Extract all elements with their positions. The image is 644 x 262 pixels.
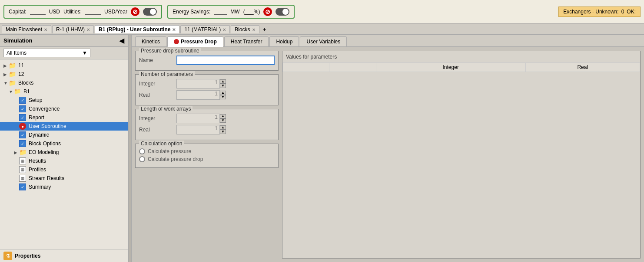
utilities-label: Utilities: (63, 9, 82, 15)
num-params-real-spinner-buttons: ▲ ▼ (220, 91, 226, 99)
sidebar-item-report[interactable]: ✓ Report (0, 113, 128, 122)
num-params-integer-up[interactable]: ▲ (220, 79, 226, 84)
results-icon-stream-results: ▦ (19, 175, 27, 182)
toggle-knob-1 (150, 9, 156, 15)
sidebar-tree-container: ▶ 📁 11 ▶ 📁 12 ▼ 📁 Blocks (0, 59, 128, 249)
work-real-up[interactable]: ▲ (220, 125, 226, 130)
tree-label-results: Results (29, 158, 46, 164)
tree-label-convergence: Convergence (29, 106, 60, 112)
calc-pressure-radio[interactable] (139, 148, 145, 154)
tree-arrow-eo: ▶ (14, 150, 19, 155)
subtab-holdup-label: Holdup (276, 39, 292, 45)
values-table: Integer Real (282, 62, 640, 72)
pressure-drop-status-dot (174, 39, 179, 44)
sidebar-item-blocks[interactable]: ▼ 📁 Blocks (0, 79, 128, 87)
check-icon-dynamic: ✓ (19, 131, 27, 138)
add-tab-button[interactable]: + (260, 25, 269, 34)
sidebar-item-11[interactable]: ▶ 📁 11 (0, 61, 128, 70)
tab-11-material[interactable]: 11 (MATERIAL) ✕ (180, 25, 230, 33)
sidebar-item-results[interactable]: ▦ Results (0, 157, 128, 165)
sidebar-item-summary[interactable]: ✓ Summary (0, 183, 128, 191)
subtab-holdup[interactable]: Holdup (269, 36, 299, 46)
check-icon-setup: ✓ (19, 97, 27, 104)
tab-blocks-label: Blocks (235, 26, 250, 33)
main-layout: Simulation ◀ All Items ▼ ▶ 📁 11 ▶ 📁 (0, 35, 644, 262)
num-params-section: Number of parameters Integer 1 ▲ ▼ (135, 74, 279, 105)
num-params-integer-row: Integer 1 ▲ ▼ (139, 79, 275, 88)
work-integer-down[interactable]: ▼ (220, 118, 226, 123)
sidebar-tree: ▶ 📁 11 ▶ 📁 12 ▼ 📁 Blocks (0, 59, 128, 193)
calc-pressure-drop-radio[interactable] (139, 156, 145, 162)
sidebar-collapse-button[interactable]: ◀ (119, 36, 124, 45)
sidebar-item-12[interactable]: ▶ 📁 12 (0, 70, 128, 79)
sidebar-item-b1[interactable]: ▼ 📁 B1 (0, 87, 128, 96)
sidebar-dropdown[interactable]: All Items ▼ (3, 49, 90, 57)
num-params-real-input[interactable]: 1 (176, 90, 220, 100)
values-col-empty2 (329, 63, 376, 72)
subtab-user-variables[interactable]: User Variables (300, 36, 347, 46)
tab-main-flowsheet[interactable]: Main Flowsheet ✕ (2, 25, 51, 33)
num-params-integer-label: Integer (139, 81, 174, 87)
num-params-real-row: Real 1 ▲ ▼ (139, 90, 275, 100)
num-params-real-up[interactable]: ▲ (220, 91, 226, 95)
sidebar-item-user-subroutine[interactable]: ● User Subroutine (0, 122, 128, 131)
work-real-spinner: 1 ▲ ▼ (176, 125, 226, 134)
toggle-utilities[interactable] (143, 8, 157, 16)
sidebar-item-profiles[interactable]: ▦ Profiles (0, 165, 128, 174)
work-integer-spinner-buttons: ▲ ▼ (220, 114, 226, 123)
num-params-integer-down[interactable]: ▼ (220, 84, 226, 88)
no-entry-icon-1: ⊘ (131, 7, 139, 16)
sidebar-item-setup[interactable]: ✓ Setup (0, 96, 128, 105)
no-entry-icon-2: ⊘ (263, 7, 272, 16)
folder-icon-eo: 📁 (19, 149, 27, 156)
tab-blocks-close[interactable]: ✕ (252, 27, 256, 32)
sidebar-dropdown-row: All Items ▼ (0, 47, 128, 59)
toggle-energy[interactable] (276, 8, 289, 16)
num-params-integer-input[interactable]: 1 (176, 79, 220, 88)
tab-b1-close[interactable]: ✕ (172, 27, 176, 32)
calc-option-section: Calculation option Calculate pressure Ca… (135, 144, 279, 168)
sidebar-item-stream-results[interactable]: ▦ Stream Results (0, 174, 128, 183)
num-params-real-down[interactable]: ▼ (220, 95, 226, 99)
folder-icon-b1: 📁 (14, 88, 22, 95)
tree-label-summary: Summary (29, 184, 51, 190)
check-icon-report: ✓ (19, 114, 27, 121)
sidebar-item-eo-modeling[interactable]: ▶ 📁 EO Modeling (0, 148, 128, 157)
tab-11-material-close[interactable]: ✕ (222, 27, 226, 32)
work-real-down[interactable]: ▼ (220, 130, 226, 134)
name-input[interactable] (176, 56, 275, 65)
properties-label: Properties (15, 253, 40, 259)
tab-11-material-label: 11 (MATERIAL) (184, 26, 221, 33)
sidebar-item-block-options[interactable]: ✓ Block Options (0, 139, 128, 148)
tab-blocks[interactable]: Blocks ✕ (231, 25, 259, 33)
check-icon-convergence: ✓ (19, 105, 27, 112)
tree-arrow-b1: ▼ (9, 89, 14, 94)
tab-main-flowsheet-close[interactable]: ✕ (44, 27, 47, 32)
form-area: Pressure drop subroutine Name Number of … (132, 47, 644, 262)
subtab-heat-transfer[interactable]: Heat Transfer (224, 36, 269, 46)
tab-b1-label: B1 (RPlug) - User Subroutine (99, 26, 170, 33)
work-real-input[interactable]: 1 (176, 125, 220, 134)
work-integer-up[interactable]: ▲ (220, 114, 226, 118)
exchangers-value: 0 (621, 9, 624, 15)
results-icon-profiles: ▦ (19, 166, 27, 173)
utilities-value (85, 8, 101, 15)
pressure-drop-subroutine-legend: Pressure drop subroutine (139, 48, 201, 54)
subtab-kinetics[interactable]: Kinetics (135, 36, 166, 46)
folder-icon-11: 📁 (9, 62, 17, 69)
tab-r1-lhhw[interactable]: R-1 (LHHW) ✕ (52, 25, 94, 33)
subtab-pressure-drop[interactable]: Pressure Drop (167, 36, 223, 47)
sidebar-splitter[interactable] (128, 35, 132, 262)
energy-savings-section: Energy Savings: MW (___%) ⊘ (167, 5, 295, 19)
work-integer-input[interactable]: 1 (176, 114, 220, 123)
sidebar-item-dynamic[interactable]: ✓ Dynamic (0, 131, 128, 139)
values-col-integer: Integer (376, 63, 525, 72)
sidebar-item-convergence[interactable]: ✓ Convergence (0, 105, 128, 113)
toggle-knob-2 (282, 9, 289, 15)
check-icon-block-options: ✓ (19, 140, 27, 147)
tab-b1-user-subroutine[interactable]: B1 (RPlug) - User Subroutine ✕ (95, 25, 179, 33)
tab-r1-lhhw-close[interactable]: ✕ (86, 27, 90, 32)
utilities-unit: USD/Year (104, 9, 127, 15)
energy-savings-unit: MW (230, 9, 239, 15)
work-real-spinner-buttons: ▲ ▼ (220, 125, 226, 134)
